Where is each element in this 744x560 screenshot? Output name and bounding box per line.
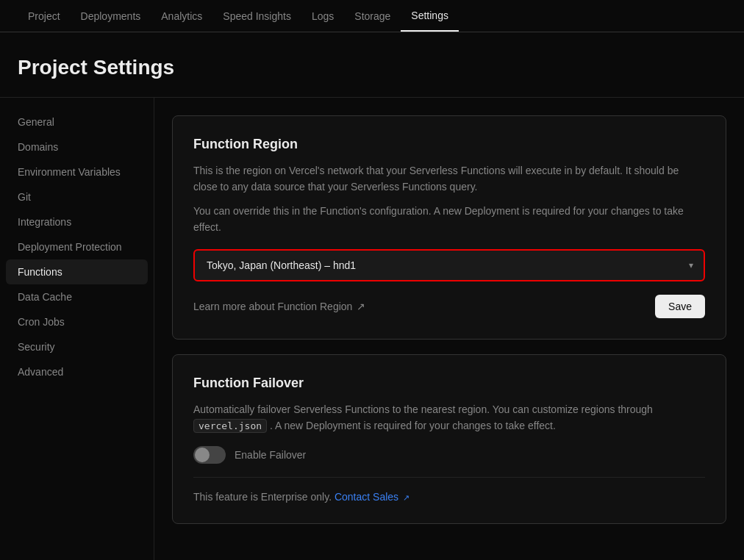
function-region-title: Function Region [193,137,705,152]
external-link-icon: ↗ [357,301,365,312]
nav-storage[interactable]: Storage [344,1,401,31]
sidebar-item-general[interactable]: General [0,110,154,134]
nav-deployments[interactable]: Deployments [71,1,151,31]
nav-settings[interactable]: Settings [401,1,459,32]
sidebar-item-advanced[interactable]: Advanced [0,359,154,384]
function-region-desc1: This is the region on Vercel's network t… [193,162,705,195]
page-header: Project Settings [0,32,744,98]
vercel-json-code: vercel.json [193,419,267,433]
nav-logs[interactable]: Logs [301,1,344,31]
sidebar-item-git[interactable]: Git [0,184,154,209]
sidebar-item-functions[interactable]: Functions [6,259,148,284]
function-region-desc2: You can override this in the Function's … [193,203,705,236]
function-region-link[interactable]: Function Region ↗ [277,301,365,312]
sidebar-item-deployment-protection[interactable]: Deployment Protection [0,234,154,259]
layout: General Domains Environment Variables Gi… [0,98,744,560]
toggle-knob [195,448,210,462]
enterprise-note: This feature is Enterprise only. Contact… [193,477,705,503]
function-failover-card: Function Failover Automatically failover… [172,354,726,524]
enable-failover-toggle[interactable] [193,446,226,464]
function-failover-title: Function Failover [193,376,705,391]
external-link-icon-2: ↗ [403,493,409,502]
nav-project[interactable]: Project [18,1,71,31]
nav-speed-insights[interactable]: Speed Insights [212,1,301,31]
sidebar-item-data-cache[interactable]: Data Cache [0,284,154,309]
contact-sales-link[interactable]: Contact Sales ↗ [335,491,409,503]
top-nav: Project Deployments Analytics Speed Insi… [0,0,744,32]
toggle-row: Enable Failover [193,446,705,464]
sidebar-item-domains[interactable]: Domains [0,134,154,159]
sidebar-item-integrations[interactable]: Integrations [0,209,154,234]
sidebar-item-security[interactable]: Security [0,334,154,359]
region-dropdown[interactable]: Tokyo, Japan (Northeast) – hnd1 Washingt… [193,249,705,281]
sidebar: General Domains Environment Variables Gi… [0,98,154,560]
sidebar-item-env-vars[interactable]: Environment Variables [0,159,154,184]
learn-more-text: Learn more about Function Region ↗ [193,301,365,312]
sidebar-item-cron-jobs[interactable]: Cron Jobs [0,309,154,334]
region-dropdown-wrapper: Tokyo, Japan (Northeast) – hnd1 Washingt… [193,249,705,281]
save-button[interactable]: Save [655,295,705,318]
toggle-label: Enable Failover [235,449,306,461]
nav-analytics[interactable]: Analytics [151,1,212,31]
main-content: Function Region This is the region on Ve… [154,98,744,560]
function-region-card: Function Region This is the region on Ve… [172,115,726,340]
function-failover-desc: Automatically failover Serverless Functi… [193,401,705,434]
page-title: Project Settings [18,56,726,79]
learn-more-row: Learn more about Function Region ↗ Save [193,295,705,318]
